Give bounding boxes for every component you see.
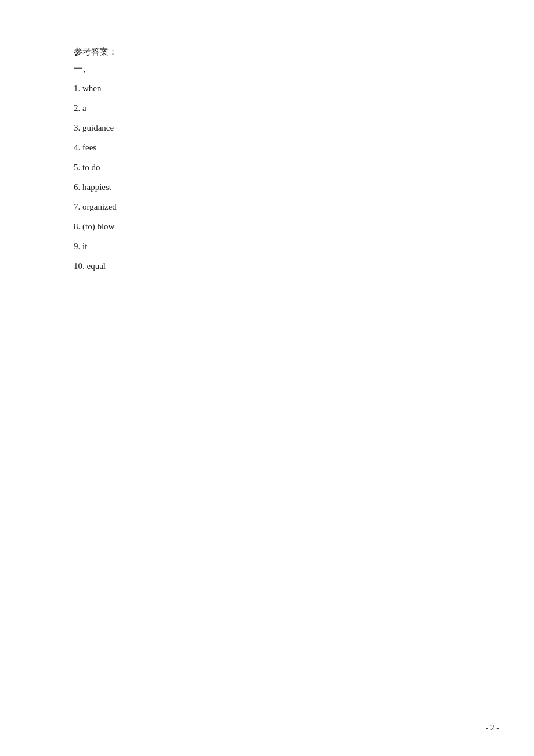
answer-number: 5. [74,163,82,172]
list-item: 8. (to) blow [74,219,460,233]
list-item: 7. organized [74,200,460,214]
answer-text: a [82,103,86,113]
answer-number: 3. [74,123,82,132]
answer-number: 7. [74,202,82,211]
list-item: 9. it [74,239,460,253]
list-item: 2. a [74,101,460,115]
list-item: 4. fees [74,141,460,154]
list-item: 3. guidance [74,121,460,135]
answer-number: 9. [74,242,82,251]
answer-number: 2. [74,103,82,113]
list-item: 5. to do [74,160,460,174]
answer-text: to do [82,163,100,172]
page: 参考答案： 一、 1. when2. a3. guidance4. fees5.… [0,0,534,756]
answer-list: 1. when2. a3. guidance4. fees5. to do6. … [74,81,460,273]
answer-number: 1. [74,84,82,93]
answer-text: equal [87,261,106,271]
answer-text: when [82,84,102,93]
answer-text: fees [82,143,96,152]
list-item: 10. equal [74,259,460,273]
answer-text: guidance [82,123,114,132]
answer-number: 8. [74,222,82,231]
answer-number: 4. [74,143,82,152]
answer-text: (to) blow [82,222,114,231]
answer-number: 6. [74,182,82,192]
answer-text: it [82,242,87,251]
list-item: 6. happiest [74,180,460,194]
answer-text: happiest [82,182,111,192]
sub-title: 一、 [74,63,460,74]
answer-text: organized [82,202,117,211]
page-number: - 2 - [486,723,499,733]
list-item: 1. when [74,81,460,95]
section-title: 参考答案： [74,46,460,57]
answer-number: 10. [74,261,87,271]
